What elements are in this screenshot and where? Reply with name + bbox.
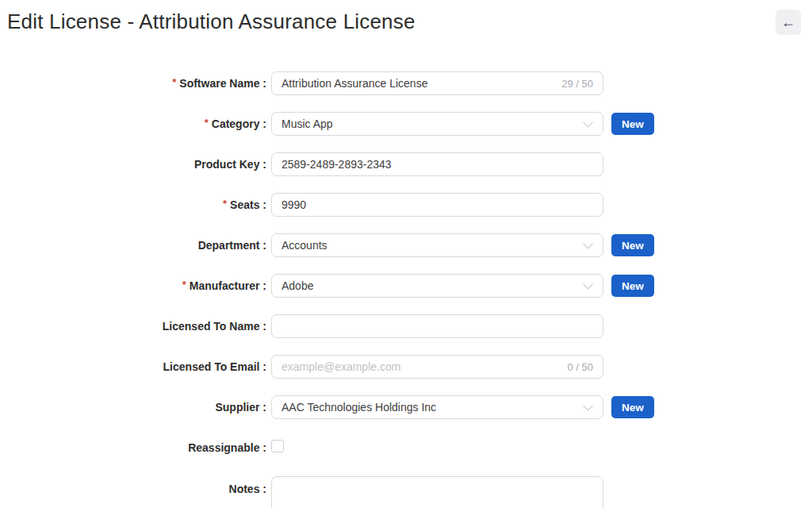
- supplier-label: Supplier :: [0, 401, 266, 414]
- manufacturer-label: *Manufacturer :: [0, 279, 266, 293]
- licensed-to-email-input[interactable]: [271, 355, 603, 379]
- chevron-down-icon: [583, 401, 593, 411]
- software-name-input[interactable]: [271, 71, 603, 95]
- page-title: Edit License - Attribution Assurance Lic…: [7, 10, 416, 34]
- chevron-down-icon: [583, 117, 593, 128]
- notes-label: Notes :: [0, 476, 266, 495]
- reassignable-label: Reassignable :: [0, 441, 266, 454]
- form-row: Licensed To Email : 0 / 50: [0, 355, 812, 379]
- form-row: *Seats :: [0, 193, 812, 217]
- edit-license-form: *Software Name : 29 / 50 *Category : Mus…: [0, 71, 812, 508]
- department-select[interactable]: Accounts: [271, 233, 603, 257]
- required-asterisk: *: [182, 279, 186, 291]
- product-key-label: Product Key :: [0, 158, 266, 171]
- notes-textarea[interactable]: [271, 476, 603, 508]
- manufacturer-select[interactable]: Adobe: [271, 274, 603, 298]
- department-selected-value: Accounts: [282, 239, 327, 252]
- form-row: *Manufacturer : Adobe New: [0, 274, 812, 298]
- chevron-down-icon: [583, 239, 593, 249]
- manufacturer-selected-value: Adobe: [282, 279, 313, 292]
- reassignable-checkbox[interactable]: [271, 440, 284, 452]
- department-label: Department :: [0, 239, 266, 252]
- form-row: *Category : Music App New: [0, 112, 812, 136]
- new-manufacturer-button[interactable]: New: [611, 275, 654, 297]
- licensed-to-name-label: Licensed To Name :: [0, 320, 266, 333]
- form-row: Supplier : AAC Technologies Holdings Inc…: [0, 395, 812, 419]
- form-row: Reassignable :: [0, 436, 812, 460]
- seats-label: *Seats :: [0, 198, 266, 212]
- category-selected-value: Music App: [282, 117, 333, 130]
- form-row: Product Key :: [0, 152, 812, 176]
- form-row: *Software Name : 29 / 50: [0, 71, 812, 95]
- chevron-down-icon: [583, 279, 593, 290]
- form-row: Licensed To Name :: [0, 314, 812, 338]
- new-supplier-button[interactable]: New: [611, 396, 654, 418]
- required-asterisk: *: [223, 198, 227, 210]
- software-name-label: *Software Name :: [0, 77, 266, 90]
- category-label: *Category :: [0, 117, 266, 131]
- back-button[interactable]: ←: [776, 10, 801, 35]
- supplier-select[interactable]: AAC Technologies Holdings Inc: [271, 395, 603, 419]
- new-department-button[interactable]: New: [611, 234, 654, 256]
- form-row: Department : Accounts New: [0, 233, 812, 257]
- new-category-button[interactable]: New: [611, 113, 654, 135]
- category-select[interactable]: Music App: [271, 112, 603, 136]
- seats-input[interactable]: [271, 193, 603, 217]
- back-arrow-icon: ←: [781, 10, 795, 35]
- licensed-to-email-label: Licensed To Email :: [0, 360, 266, 373]
- licensed-to-name-input[interactable]: [271, 314, 603, 338]
- form-row: Notes :: [0, 476, 812, 508]
- product-key-input[interactable]: [271, 152, 603, 176]
- required-asterisk: *: [172, 76, 176, 88]
- required-asterisk: *: [205, 117, 209, 129]
- supplier-selected-value: AAC Technologies Holdings Inc: [282, 401, 436, 414]
